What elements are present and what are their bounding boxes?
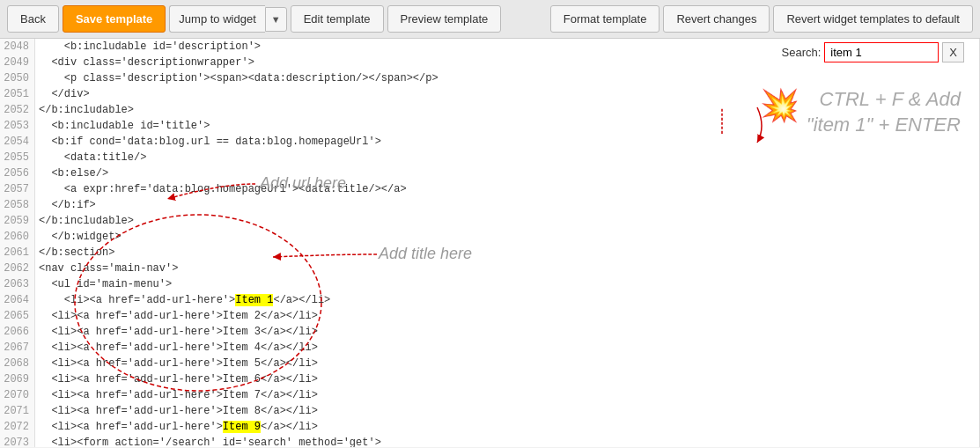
- table-row: 2069 <li><a href='add-url-here'>Item 6</…: [0, 371, 979, 387]
- line-number: 2058: [0, 197, 35, 213]
- line-number: 2062: [0, 261, 35, 276]
- code-lines-container: 2048 <b:includable id='description'>2049…: [0, 39, 979, 447]
- line-number: 2068: [0, 356, 35, 371]
- line-code: <li><a href='add-url-here'>Item 2</a></l…: [35, 308, 321, 324]
- line-number: 2063: [0, 276, 35, 292]
- line-number: 2057: [0, 181, 35, 197]
- line-code: <li><a href='add-url-here'>Item 5</a></l…: [35, 356, 321, 371]
- line-code: <b:includable id='title'>: [35, 118, 213, 134]
- line-number: 2067: [0, 340, 35, 356]
- line-number: 2071: [0, 403, 35, 419]
- table-row: 2073 <li><form action='/search' id='sear…: [0, 435, 979, 447]
- line-code: <div class='descriptionwrapper'>: [35, 55, 258, 70]
- code-editor[interactable]: 2048 <b:includable id='description'>2049…: [0, 39, 980, 447]
- save-template-button[interactable]: Save template: [63, 5, 166, 33]
- line-number: 2059: [0, 213, 35, 229]
- line-code: <b:if cond='data:blog.url == data:blog.h…: [35, 134, 385, 150]
- toolbar: Back Save template Jump to widget ▼ Edit…: [0, 0, 980, 39]
- line-code: <li><a href='add-url-here'>Item 3</a></l…: [35, 324, 321, 340]
- line-code: <li><a href='add-url-here'>Item 8</a></l…: [35, 403, 321, 419]
- table-row: 2055 <data:title/>: [0, 150, 979, 165]
- table-row: 2067 <li><a href='add-url-here'>Item 4</…: [0, 340, 979, 356]
- line-number: 2049: [0, 55, 35, 70]
- table-row: 2052</b:includable>: [0, 102, 979, 118]
- edit-template-button[interactable]: Edit template: [291, 5, 384, 33]
- table-row: 2058 </b:if>: [0, 197, 979, 213]
- table-row: 2071 <li><a href='add-url-here'>Item 8</…: [0, 403, 979, 419]
- line-code: <data:title/>: [35, 150, 150, 165]
- line-code: <li><a href='add-url-here'>Item 6</a></l…: [35, 371, 321, 387]
- line-number: 2066: [0, 324, 35, 340]
- line-number: 2070: [0, 387, 35, 403]
- line-number: 2065: [0, 308, 35, 324]
- editor-area: Search: X 💥 CTRL + F & Add "item 1" + EN…: [0, 39, 980, 447]
- table-row: 2053 <b:includable id='title'>: [0, 118, 979, 134]
- highlighted-item: Item 1: [235, 294, 273, 306]
- line-code: <nav class='main-nav'>: [35, 261, 181, 276]
- line-code: <li><a href='add-url-here'>Item 4</a></l…: [35, 340, 321, 356]
- line-number: 2056: [0, 165, 35, 181]
- line-code: <b:includable id='description'>: [35, 39, 264, 55]
- table-row: 2062<nav class='main-nav'>: [0, 261, 979, 276]
- revert-changes-button[interactable]: Revert changes: [663, 5, 770, 33]
- search-close-button[interactable]: X: [942, 42, 964, 62]
- line-code: </div>: [35, 86, 93, 102]
- line-code: <li><form action='/search' id='search' m…: [35, 435, 385, 447]
- table-row: 2054 <b:if cond='data:blog.url == data:b…: [0, 134, 979, 150]
- line-number: 2053: [0, 118, 35, 134]
- line-code: <ul id='main-menu'>: [35, 276, 175, 292]
- line-number: 2051: [0, 86, 35, 102]
- line-number: 2069: [0, 371, 35, 387]
- line-code: </b:includable>: [35, 102, 137, 118]
- table-row: 2068 <li><a href='add-url-here'>Item 5</…: [0, 356, 979, 371]
- highlighted-item: Item 9: [223, 421, 261, 433]
- table-row: 2051 </div>: [0, 86, 979, 102]
- line-number: 2048: [0, 39, 35, 55]
- preview-template-button[interactable]: Preview template: [387, 5, 502, 33]
- table-row: 2057 <a expr:href='data:blog.homepageUrl…: [0, 181, 979, 197]
- jump-to-widget-button[interactable]: Jump to widget: [169, 5, 264, 33]
- table-row: 2066 <li><a href='add-url-here'>Item 3</…: [0, 324, 979, 340]
- search-overlay: Search: X: [782, 42, 964, 62]
- jump-to-widget-arrow[interactable]: ▼: [265, 7, 287, 32]
- back-button[interactable]: Back: [7, 5, 59, 33]
- table-row: 2064 <li><a href='add-url-here'>Item 1</…: [0, 292, 979, 308]
- line-number: 2054: [0, 134, 35, 150]
- line-code: </b:if>: [35, 197, 99, 213]
- line-code: </b:widget>: [35, 229, 125, 245]
- line-number: 2052: [0, 102, 35, 118]
- revert-default-button[interactable]: Revert widget templates to default: [773, 5, 973, 33]
- format-template-button[interactable]: Format template: [550, 5, 660, 33]
- line-code: <p class='description'><span><data:descr…: [35, 70, 442, 86]
- line-number: 2072: [0, 419, 35, 435]
- line-code: <b:else/>: [35, 165, 112, 181]
- search-label: Search:: [782, 46, 822, 59]
- table-row: 2065 <li><a href='add-url-here'>Item 2</…: [0, 308, 979, 324]
- table-row: 2056 <b:else/>: [0, 165, 979, 181]
- table-row: 2050 <p class='description'><span><data:…: [0, 70, 979, 86]
- line-number: 2061: [0, 245, 35, 261]
- table-row: 2070 <li><a href='add-url-here'>Item 7</…: [0, 387, 979, 403]
- line-code: </b:section>: [35, 245, 118, 261]
- line-code: <li><a href='add-url-here'>Item 1</a></l…: [35, 292, 334, 308]
- line-code: <a expr:href='data:blog.homepageUrl'><da…: [35, 181, 410, 197]
- line-code: <li><a href='add-url-here'>Item 9</a></l…: [35, 419, 321, 435]
- table-row: 2061</b:section>: [0, 245, 979, 261]
- line-number: 2055: [0, 150, 35, 165]
- line-number: 2050: [0, 70, 35, 86]
- table-row: 2063 <ul id='main-menu'>: [0, 276, 979, 292]
- line-number: 2060: [0, 229, 35, 245]
- line-code: <li><a href='add-url-here'>Item 7</a></l…: [35, 387, 321, 403]
- jump-to-widget-split: Jump to widget ▼: [169, 5, 286, 33]
- table-row: 2060 </b:widget>: [0, 229, 979, 245]
- search-input[interactable]: [824, 42, 939, 62]
- line-number: 2064: [0, 292, 35, 308]
- table-row: 2059</b:includable>: [0, 213, 979, 229]
- line-number: 2073: [0, 435, 35, 447]
- line-code: </b:includable>: [35, 213, 137, 229]
- table-row: 2072 <li><a href='add-url-here'>Item 9</…: [0, 419, 979, 435]
